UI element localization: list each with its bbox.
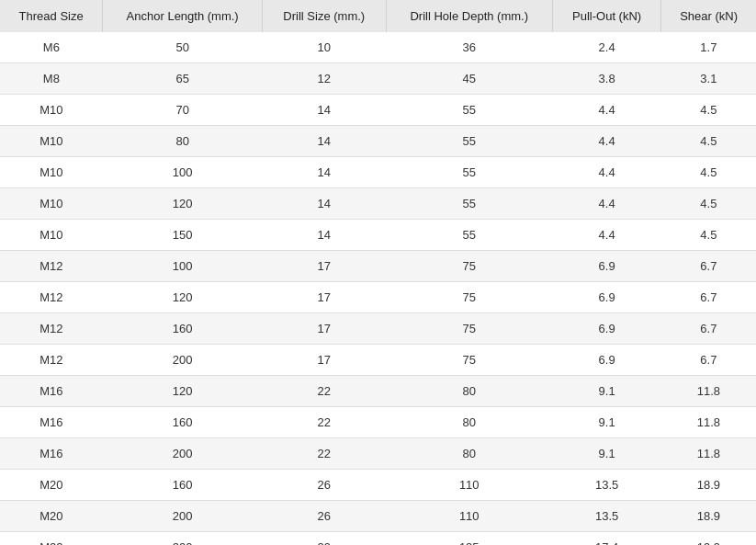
table-cell-r1-c0: M8 [0,63,103,95]
table-cell-r7-c3: 75 [386,251,552,282]
table-cell-r14-c2: 26 [263,470,386,501]
table-cell-r13-c5: 11.8 [661,438,756,470]
table-cell-r3-c1: 80 [103,126,263,157]
table-cell-r12-c1: 160 [103,407,263,438]
table-cell-r2-c1: 70 [103,95,263,126]
table-cell-r10-c4: 6.9 [552,345,660,376]
table-cell-r13-c0: M16 [0,438,103,470]
table-cell-r4-c4: 4.4 [552,157,660,188]
table-cell-r8-c3: 75 [386,282,552,313]
table-cell-r8-c2: 17 [263,282,386,313]
table-row: M1220017756.96.7 [0,345,756,376]
table-cell-r3-c4: 4.4 [552,126,660,157]
column-header-3: Drill Hole Depth (mm.) [386,0,552,32]
column-header-0: Thread Size [0,0,103,32]
table-cell-r4-c0: M10 [0,157,103,188]
table-cell-r7-c1: 100 [103,251,263,282]
table-cell-r6-c0: M10 [0,220,103,251]
table-row: M1210017756.96.7 [0,251,756,282]
table-row: M1015014554.44.5 [0,220,756,251]
table-cell-r11-c0: M16 [0,376,103,407]
table-cell-r12-c0: M16 [0,407,103,438]
table-cell-r3-c2: 14 [263,126,386,157]
table-cell-r0-c0: M6 [0,32,103,63]
table-cell-r7-c0: M12 [0,251,103,282]
table-cell-r16-c3: 135 [386,532,552,546]
table-cell-r13-c1: 200 [103,438,263,470]
table-cell-r1-c4: 3.8 [552,63,660,95]
table-cell-r6-c4: 4.4 [552,220,660,251]
table-cell-r10-c1: 200 [103,345,263,376]
table-body: M65010362.41.7M86512453.83.1M107014554.4… [0,32,756,545]
table-cell-r2-c5: 4.5 [661,95,756,126]
table-row: M1616022809.111.8 [0,407,756,438]
table-cell-r11-c1: 120 [103,376,263,407]
table-cell-r12-c5: 11.8 [661,407,756,438]
table-cell-r13-c3: 80 [386,438,552,470]
table-cell-r7-c4: 6.9 [552,251,660,282]
table-cell-r16-c1: 200 [103,532,263,546]
table-cell-r0-c5: 1.7 [661,32,756,63]
table-cell-r9-c4: 6.9 [552,313,660,345]
table-cell-r14-c3: 110 [386,470,552,501]
table-cell-r0-c1: 50 [103,32,263,63]
table-cell-r15-c1: 200 [103,501,263,532]
table-cell-r14-c4: 13.5 [552,470,660,501]
table-cell-r12-c2: 22 [263,407,386,438]
table-cell-r15-c4: 13.5 [552,501,660,532]
table-row: M1216017756.96.7 [0,313,756,345]
table-cell-r8-c5: 6.7 [661,282,756,313]
table-cell-r12-c3: 80 [386,407,552,438]
table-row: M202002611013.518.9 [0,501,756,532]
table-cell-r14-c1: 160 [103,470,263,501]
table-row: M107014554.44.5 [0,95,756,126]
table-cell-r9-c2: 17 [263,313,386,345]
table-cell-r0-c3: 36 [386,32,552,63]
table-cell-r6-c1: 150 [103,220,263,251]
column-header-5: Shear (kN) [661,0,756,32]
table-cell-r2-c2: 14 [263,95,386,126]
table-cell-r14-c0: M20 [0,470,103,501]
table-row: M222002913517.419.9 [0,532,756,546]
table-cell-r13-c4: 9.1 [552,438,660,470]
table-row: M1010014554.44.5 [0,157,756,188]
table-cell-r16-c0: M22 [0,532,103,546]
column-header-1: Anchor Length (mm.) [103,0,263,32]
table-cell-r8-c0: M12 [0,282,103,313]
column-header-2: Drill Size (mm.) [263,0,386,32]
table-cell-r4-c3: 55 [386,157,552,188]
table-cell-r5-c4: 4.4 [552,188,660,220]
table-cell-r8-c1: 120 [103,282,263,313]
table-cell-r3-c3: 55 [386,126,552,157]
table-cell-r10-c2: 17 [263,345,386,376]
table-cell-r1-c1: 65 [103,63,263,95]
table-header-row: Thread SizeAnchor Length (mm.)Drill Size… [0,0,756,32]
table-cell-r13-c2: 22 [263,438,386,470]
table-cell-r15-c2: 26 [263,501,386,532]
table-row: M201602611013.518.9 [0,470,756,501]
column-header-4: Pull-Out (kN) [552,0,660,32]
table-cell-r9-c5: 6.7 [661,313,756,345]
table-cell-r16-c4: 17.4 [552,532,660,546]
table-row: M86512453.83.1 [0,63,756,95]
table-cell-r9-c0: M12 [0,313,103,345]
table-cell-r11-c5: 11.8 [661,376,756,407]
table-cell-r14-c5: 18.9 [661,470,756,501]
table-cell-r5-c0: M10 [0,188,103,220]
table-cell-r15-c3: 110 [386,501,552,532]
table-cell-r0-c4: 2.4 [552,32,660,63]
table-cell-r5-c3: 55 [386,188,552,220]
anchor-data-table: Thread SizeAnchor Length (mm.)Drill Size… [0,0,756,545]
table-cell-r4-c1: 100 [103,157,263,188]
table-cell-r11-c4: 9.1 [552,376,660,407]
table-cell-r12-c4: 9.1 [552,407,660,438]
table-row: M65010362.41.7 [0,32,756,63]
table-cell-r6-c5: 4.5 [661,220,756,251]
table-cell-r6-c3: 55 [386,220,552,251]
table-cell-r11-c2: 22 [263,376,386,407]
table-cell-r4-c2: 14 [263,157,386,188]
table-cell-r3-c5: 4.5 [661,126,756,157]
table-cell-r7-c5: 6.7 [661,251,756,282]
table-cell-r1-c5: 3.1 [661,63,756,95]
table-cell-r2-c3: 55 [386,95,552,126]
